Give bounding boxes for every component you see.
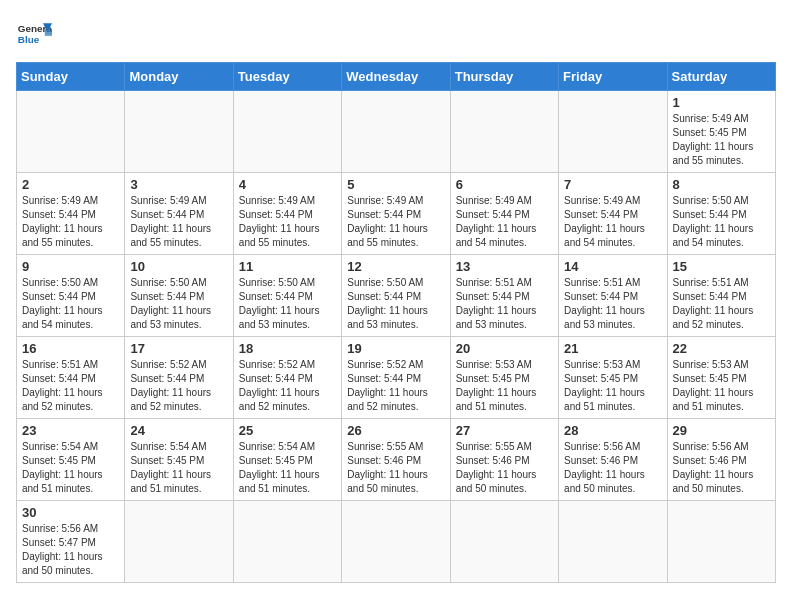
day-number: 20	[456, 341, 553, 356]
calendar-cell	[233, 501, 341, 583]
day-info: Sunrise: 5:55 AMSunset: 5:46 PMDaylight:…	[347, 440, 444, 496]
calendar-cell: 25Sunrise: 5:54 AMSunset: 5:45 PMDayligh…	[233, 419, 341, 501]
day-number: 27	[456, 423, 553, 438]
day-info: Sunrise: 5:51 AMSunset: 5:44 PMDaylight:…	[564, 276, 661, 332]
day-number: 25	[239, 423, 336, 438]
calendar-cell	[342, 501, 450, 583]
day-info: Sunrise: 5:49 AMSunset: 5:44 PMDaylight:…	[22, 194, 119, 250]
day-info: Sunrise: 5:55 AMSunset: 5:46 PMDaylight:…	[456, 440, 553, 496]
calendar-header-tuesday: Tuesday	[233, 63, 341, 91]
day-info: Sunrise: 5:49 AMSunset: 5:44 PMDaylight:…	[456, 194, 553, 250]
day-info: Sunrise: 5:56 AMSunset: 5:47 PMDaylight:…	[22, 522, 119, 578]
calendar-cell: 26Sunrise: 5:55 AMSunset: 5:46 PMDayligh…	[342, 419, 450, 501]
day-info: Sunrise: 5:51 AMSunset: 5:44 PMDaylight:…	[22, 358, 119, 414]
calendar-cell	[125, 91, 233, 173]
calendar-cell: 2Sunrise: 5:49 AMSunset: 5:44 PMDaylight…	[17, 173, 125, 255]
day-info: Sunrise: 5:50 AMSunset: 5:44 PMDaylight:…	[347, 276, 444, 332]
day-info: Sunrise: 5:51 AMSunset: 5:44 PMDaylight:…	[673, 276, 770, 332]
calendar-cell: 4Sunrise: 5:49 AMSunset: 5:44 PMDaylight…	[233, 173, 341, 255]
calendar-cell: 3Sunrise: 5:49 AMSunset: 5:44 PMDaylight…	[125, 173, 233, 255]
calendar-cell: 7Sunrise: 5:49 AMSunset: 5:44 PMDaylight…	[559, 173, 667, 255]
day-info: Sunrise: 5:50 AMSunset: 5:44 PMDaylight:…	[130, 276, 227, 332]
day-number: 2	[22, 177, 119, 192]
day-number: 15	[673, 259, 770, 274]
day-number: 26	[347, 423, 444, 438]
day-info: Sunrise: 5:49 AMSunset: 5:44 PMDaylight:…	[347, 194, 444, 250]
day-number: 9	[22, 259, 119, 274]
day-info: Sunrise: 5:53 AMSunset: 5:45 PMDaylight:…	[564, 358, 661, 414]
day-info: Sunrise: 5:56 AMSunset: 5:46 PMDaylight:…	[673, 440, 770, 496]
day-number: 5	[347, 177, 444, 192]
day-info: Sunrise: 5:52 AMSunset: 5:44 PMDaylight:…	[347, 358, 444, 414]
day-number: 30	[22, 505, 119, 520]
calendar-cell: 27Sunrise: 5:55 AMSunset: 5:46 PMDayligh…	[450, 419, 558, 501]
calendar-cell	[233, 91, 341, 173]
calendar-cell: 30Sunrise: 5:56 AMSunset: 5:47 PMDayligh…	[17, 501, 125, 583]
calendar-cell: 1Sunrise: 5:49 AMSunset: 5:45 PMDaylight…	[667, 91, 775, 173]
calendar-cell: 16Sunrise: 5:51 AMSunset: 5:44 PMDayligh…	[17, 337, 125, 419]
day-number: 6	[456, 177, 553, 192]
calendar-cell: 29Sunrise: 5:56 AMSunset: 5:46 PMDayligh…	[667, 419, 775, 501]
day-number: 18	[239, 341, 336, 356]
calendar-header-sunday: Sunday	[17, 63, 125, 91]
day-info: Sunrise: 5:49 AMSunset: 5:44 PMDaylight:…	[130, 194, 227, 250]
calendar-week-row: 30Sunrise: 5:56 AMSunset: 5:47 PMDayligh…	[17, 501, 776, 583]
day-number: 16	[22, 341, 119, 356]
day-number: 14	[564, 259, 661, 274]
calendar-cell	[17, 91, 125, 173]
calendar-cell: 17Sunrise: 5:52 AMSunset: 5:44 PMDayligh…	[125, 337, 233, 419]
calendar-cell	[450, 91, 558, 173]
day-number: 19	[347, 341, 444, 356]
day-number: 29	[673, 423, 770, 438]
page-header: General Blue	[16, 16, 776, 52]
calendar-cell	[342, 91, 450, 173]
day-number: 3	[130, 177, 227, 192]
day-number: 10	[130, 259, 227, 274]
day-info: Sunrise: 5:52 AMSunset: 5:44 PMDaylight:…	[239, 358, 336, 414]
day-info: Sunrise: 5:54 AMSunset: 5:45 PMDaylight:…	[130, 440, 227, 496]
day-info: Sunrise: 5:50 AMSunset: 5:44 PMDaylight:…	[22, 276, 119, 332]
calendar-cell	[450, 501, 558, 583]
calendar-cell: 19Sunrise: 5:52 AMSunset: 5:44 PMDayligh…	[342, 337, 450, 419]
day-number: 24	[130, 423, 227, 438]
day-info: Sunrise: 5:56 AMSunset: 5:46 PMDaylight:…	[564, 440, 661, 496]
calendar-table: SundayMondayTuesdayWednesdayThursdayFrid…	[16, 62, 776, 583]
day-info: Sunrise: 5:49 AMSunset: 5:44 PMDaylight:…	[564, 194, 661, 250]
day-number: 23	[22, 423, 119, 438]
calendar-header-saturday: Saturday	[667, 63, 775, 91]
calendar-cell: 18Sunrise: 5:52 AMSunset: 5:44 PMDayligh…	[233, 337, 341, 419]
day-number: 21	[564, 341, 661, 356]
day-number: 13	[456, 259, 553, 274]
calendar-header-thursday: Thursday	[450, 63, 558, 91]
calendar-cell: 13Sunrise: 5:51 AMSunset: 5:44 PMDayligh…	[450, 255, 558, 337]
calendar-cell	[559, 91, 667, 173]
calendar-cell: 9Sunrise: 5:50 AMSunset: 5:44 PMDaylight…	[17, 255, 125, 337]
day-info: Sunrise: 5:51 AMSunset: 5:44 PMDaylight:…	[456, 276, 553, 332]
day-info: Sunrise: 5:50 AMSunset: 5:44 PMDaylight:…	[239, 276, 336, 332]
day-number: 28	[564, 423, 661, 438]
calendar-header-row: SundayMondayTuesdayWednesdayThursdayFrid…	[17, 63, 776, 91]
calendar-cell: 5Sunrise: 5:49 AMSunset: 5:44 PMDaylight…	[342, 173, 450, 255]
day-info: Sunrise: 5:49 AMSunset: 5:44 PMDaylight:…	[239, 194, 336, 250]
calendar-header-friday: Friday	[559, 63, 667, 91]
logo-icon: General Blue	[16, 16, 52, 52]
day-info: Sunrise: 5:50 AMSunset: 5:44 PMDaylight:…	[673, 194, 770, 250]
calendar-cell: 28Sunrise: 5:56 AMSunset: 5:46 PMDayligh…	[559, 419, 667, 501]
calendar-week-row: 9Sunrise: 5:50 AMSunset: 5:44 PMDaylight…	[17, 255, 776, 337]
calendar-cell: 24Sunrise: 5:54 AMSunset: 5:45 PMDayligh…	[125, 419, 233, 501]
day-number: 4	[239, 177, 336, 192]
calendar-cell: 15Sunrise: 5:51 AMSunset: 5:44 PMDayligh…	[667, 255, 775, 337]
svg-text:Blue: Blue	[18, 34, 40, 45]
day-info: Sunrise: 5:54 AMSunset: 5:45 PMDaylight:…	[22, 440, 119, 496]
calendar-header-wednesday: Wednesday	[342, 63, 450, 91]
calendar-cell: 8Sunrise: 5:50 AMSunset: 5:44 PMDaylight…	[667, 173, 775, 255]
day-number: 22	[673, 341, 770, 356]
calendar-cell: 23Sunrise: 5:54 AMSunset: 5:45 PMDayligh…	[17, 419, 125, 501]
calendar-cell: 22Sunrise: 5:53 AMSunset: 5:45 PMDayligh…	[667, 337, 775, 419]
day-info: Sunrise: 5:52 AMSunset: 5:44 PMDaylight:…	[130, 358, 227, 414]
day-number: 1	[673, 95, 770, 110]
day-number: 12	[347, 259, 444, 274]
calendar-cell: 21Sunrise: 5:53 AMSunset: 5:45 PMDayligh…	[559, 337, 667, 419]
day-info: Sunrise: 5:53 AMSunset: 5:45 PMDaylight:…	[456, 358, 553, 414]
day-number: 7	[564, 177, 661, 192]
